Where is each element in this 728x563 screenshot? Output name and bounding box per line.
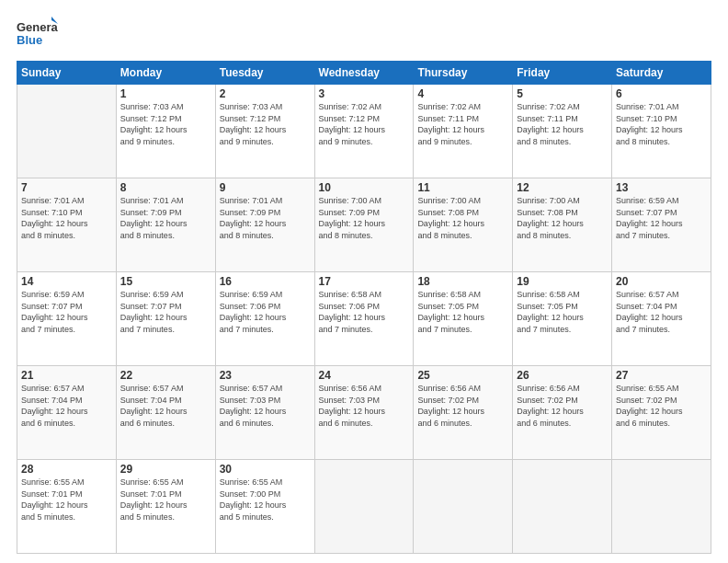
calendar-cell: 22Sunrise: 6:57 AMSunset: 7:04 PMDayligh… <box>116 366 215 460</box>
calendar-cell <box>414 460 513 554</box>
calendar-cell: 8Sunrise: 7:01 AMSunset: 7:09 PMDaylight… <box>116 178 215 272</box>
day-info: Sunrise: 6:58 AMSunset: 7:05 PMDaylight:… <box>517 289 608 335</box>
day-info: Sunrise: 7:02 AMSunset: 7:11 PMDaylight:… <box>517 101 608 147</box>
day-number: 23 <box>220 369 311 382</box>
day-info: Sunrise: 6:59 AMSunset: 7:07 PMDaylight:… <box>616 195 707 241</box>
calendar-cell: 5Sunrise: 7:02 AMSunset: 7:11 PMDaylight… <box>513 85 612 178</box>
day-info: Sunrise: 6:59 AMSunset: 7:07 PMDaylight:… <box>21 289 112 335</box>
day-number: 1 <box>120 87 211 100</box>
svg-text:General: General <box>17 20 58 34</box>
calendar-week-row: 21Sunrise: 6:57 AMSunset: 7:04 PMDayligh… <box>17 366 711 460</box>
calendar-cell: 28Sunrise: 6:55 AMSunset: 7:01 PMDayligh… <box>17 460 117 554</box>
day-info: Sunrise: 7:01 AMSunset: 7:10 PMDaylight:… <box>21 195 112 241</box>
day-info: Sunrise: 6:56 AMSunset: 7:02 PMDaylight:… <box>417 383 508 429</box>
day-info: Sunrise: 6:57 AMSunset: 7:04 PMDaylight:… <box>616 289 707 335</box>
day-number: 21 <box>21 369 112 382</box>
calendar-week-row: 7Sunrise: 7:01 AMSunset: 7:10 PMDaylight… <box>17 178 711 272</box>
page-header: GeneralBlue <box>17 17 711 52</box>
day-info: Sunrise: 7:01 AMSunset: 7:09 PMDaylight:… <box>220 195 311 241</box>
day-number: 4 <box>417 87 508 100</box>
day-number: 25 <box>417 369 508 382</box>
logo: GeneralBlue <box>17 17 58 52</box>
weekday-header-saturday: Saturday <box>612 62 711 85</box>
day-number: 11 <box>417 181 508 194</box>
weekday-header-sunday: Sunday <box>17 62 117 85</box>
day-info: Sunrise: 6:57 AMSunset: 7:04 PMDaylight:… <box>120 383 211 429</box>
day-number: 3 <box>319 87 410 100</box>
day-number: 22 <box>120 369 211 382</box>
calendar-cell: 10Sunrise: 7:00 AMSunset: 7:09 PMDayligh… <box>314 178 414 272</box>
weekday-header-monday: Monday <box>116 62 215 85</box>
calendar-cell <box>17 85 117 178</box>
day-number: 2 <box>220 87 311 100</box>
day-number: 16 <box>220 275 311 288</box>
calendar-cell: 3Sunrise: 7:02 AMSunset: 7:12 PMDaylight… <box>314 85 414 178</box>
calendar-week-row: 1Sunrise: 7:03 AMSunset: 7:12 PMDaylight… <box>17 85 711 178</box>
calendar-cell: 20Sunrise: 6:57 AMSunset: 7:04 PMDayligh… <box>612 272 711 366</box>
calendar-cell: 12Sunrise: 7:00 AMSunset: 7:08 PMDayligh… <box>513 178 612 272</box>
day-number: 29 <box>120 463 211 476</box>
day-number: 24 <box>319 369 410 382</box>
day-info: Sunrise: 7:00 AMSunset: 7:08 PMDaylight:… <box>417 195 508 241</box>
day-number: 19 <box>517 275 608 288</box>
day-number: 7 <box>21 181 112 194</box>
calendar-cell: 16Sunrise: 6:59 AMSunset: 7:06 PMDayligh… <box>215 272 314 366</box>
calendar-week-row: 14Sunrise: 6:59 AMSunset: 7:07 PMDayligh… <box>17 272 711 366</box>
day-info: Sunrise: 7:01 AMSunset: 7:09 PMDaylight:… <box>120 195 211 241</box>
calendar-cell: 13Sunrise: 6:59 AMSunset: 7:07 PMDayligh… <box>612 178 711 272</box>
day-number: 9 <box>220 181 311 194</box>
day-info: Sunrise: 6:58 AMSunset: 7:05 PMDaylight:… <box>417 289 508 335</box>
day-info: Sunrise: 6:58 AMSunset: 7:06 PMDaylight:… <box>319 289 410 335</box>
day-number: 13 <box>616 181 707 194</box>
day-info: Sunrise: 6:57 AMSunset: 7:03 PMDaylight:… <box>220 383 311 429</box>
day-info: Sunrise: 6:57 AMSunset: 7:04 PMDaylight:… <box>21 383 112 429</box>
calendar-cell: 7Sunrise: 7:01 AMSunset: 7:10 PMDaylight… <box>17 178 117 272</box>
day-number: 14 <box>21 275 112 288</box>
calendar-cell: 2Sunrise: 7:03 AMSunset: 7:12 PMDaylight… <box>215 85 314 178</box>
calendar-cell <box>612 460 711 554</box>
weekday-header-thursday: Thursday <box>414 62 513 85</box>
svg-text:Blue: Blue <box>17 33 42 47</box>
day-info: Sunrise: 6:56 AMSunset: 7:02 PMDaylight:… <box>517 383 608 429</box>
day-info: Sunrise: 7:03 AMSunset: 7:12 PMDaylight:… <box>220 101 311 147</box>
day-number: 6 <box>616 87 707 100</box>
weekday-header-wednesday: Wednesday <box>314 62 414 85</box>
calendar-cell: 17Sunrise: 6:58 AMSunset: 7:06 PMDayligh… <box>314 272 414 366</box>
calendar-cell <box>513 460 612 554</box>
day-number: 10 <box>319 181 410 194</box>
day-number: 5 <box>517 87 608 100</box>
calendar-cell: 14Sunrise: 6:59 AMSunset: 7:07 PMDayligh… <box>17 272 117 366</box>
calendar-table: SundayMondayTuesdayWednesdayThursdayFrid… <box>17 61 711 554</box>
calendar-cell: 29Sunrise: 6:55 AMSunset: 7:01 PMDayligh… <box>116 460 215 554</box>
day-info: Sunrise: 7:03 AMSunset: 7:12 PMDaylight:… <box>120 101 211 147</box>
calendar-header-row: SundayMondayTuesdayWednesdayThursdayFrid… <box>17 62 711 85</box>
day-number: 27 <box>616 369 707 382</box>
day-info: Sunrise: 7:00 AMSunset: 7:08 PMDaylight:… <box>517 195 608 241</box>
day-number: 30 <box>220 463 311 476</box>
day-info: Sunrise: 6:59 AMSunset: 7:06 PMDaylight:… <box>220 289 311 335</box>
day-info: Sunrise: 6:55 AMSunset: 7:00 PMDaylight:… <box>220 477 311 523</box>
day-number: 8 <box>120 181 211 194</box>
weekday-header-tuesday: Tuesday <box>215 62 314 85</box>
calendar-cell: 11Sunrise: 7:00 AMSunset: 7:08 PMDayligh… <box>414 178 513 272</box>
day-number: 20 <box>616 275 707 288</box>
calendar-cell: 15Sunrise: 6:59 AMSunset: 7:07 PMDayligh… <box>116 272 215 366</box>
weekday-header-friday: Friday <box>513 62 612 85</box>
calendar-cell: 30Sunrise: 6:55 AMSunset: 7:00 PMDayligh… <box>215 460 314 554</box>
calendar-cell: 1Sunrise: 7:03 AMSunset: 7:12 PMDaylight… <box>116 85 215 178</box>
day-info: Sunrise: 6:55 AMSunset: 7:02 PMDaylight:… <box>616 383 707 429</box>
calendar-cell: 23Sunrise: 6:57 AMSunset: 7:03 PMDayligh… <box>215 366 314 460</box>
calendar-cell: 27Sunrise: 6:55 AMSunset: 7:02 PMDayligh… <box>612 366 711 460</box>
day-info: Sunrise: 6:55 AMSunset: 7:01 PMDaylight:… <box>21 477 112 523</box>
day-number: 28 <box>21 463 112 476</box>
calendar-cell: 9Sunrise: 7:01 AMSunset: 7:09 PMDaylight… <box>215 178 314 272</box>
calendar-cell: 18Sunrise: 6:58 AMSunset: 7:05 PMDayligh… <box>414 272 513 366</box>
day-number: 17 <box>319 275 410 288</box>
day-number: 12 <box>517 181 608 194</box>
calendar-cell: 21Sunrise: 6:57 AMSunset: 7:04 PMDayligh… <box>17 366 117 460</box>
logo-svg: GeneralBlue <box>17 17 58 52</box>
calendar-cell: 26Sunrise: 6:56 AMSunset: 7:02 PMDayligh… <box>513 366 612 460</box>
calendar-cell: 6Sunrise: 7:01 AMSunset: 7:10 PMDaylight… <box>612 85 711 178</box>
day-number: 26 <box>517 369 608 382</box>
day-info: Sunrise: 7:02 AMSunset: 7:12 PMDaylight:… <box>319 101 410 147</box>
